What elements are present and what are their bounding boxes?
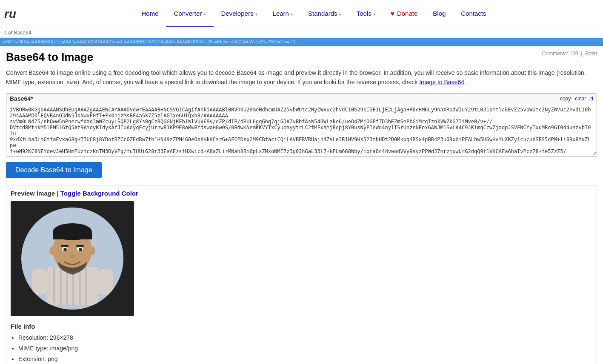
nav-link-learn[interactable]: Learn ▾: [265, 0, 301, 27]
nav-link-developers[interactable]: Developers ▾: [214, 0, 265, 27]
svg-rect-20: [32, 269, 47, 295]
preview-header: Preview Image | Toggle Background Color: [11, 190, 592, 197]
svg-rect-2: [60, 267, 62, 305]
nav-link-donate[interactable]: ♥ Donate: [383, 0, 425, 27]
navigation: ru Home Converter ▾ Developers ▾ Learn ▾…: [0, 0, 603, 28]
description-end: .: [466, 79, 468, 85]
nav-item-learn[interactable]: Learn ▾: [265, 0, 301, 27]
textarea-header: Base64* copy clear d: [6, 94, 597, 104]
svg-rect-17: [61, 245, 69, 247]
rating-label: Ratin: [585, 51, 597, 57]
nav-link-home[interactable]: Home: [134, 0, 166, 27]
base64-textarea[interactable]: iVBORw0KGgoAAAANSUhEUgAAAZgAAAEWCAYAAADV…: [6, 104, 597, 155]
textarea-label: Base64*: [10, 95, 33, 102]
nav-item-converter[interactable]: Converter ▾: [166, 0, 213, 27]
comments-count: Comments: 159: [542, 51, 578, 57]
svg-rect-21: [98, 269, 113, 295]
nav-item-home[interactable]: Home: [134, 0, 166, 27]
preview-section: Preview Image | Toggle Background Color: [6, 185, 597, 364]
svg-point-15: [63, 248, 67, 251]
svg-point-16: [79, 248, 82, 251]
breadcrumb: s of Base64: [0, 28, 603, 38]
base64-banner: iVBORw0KGgoAAAANSUhEUgAAAZgAAAEWCAYAAADV…: [0, 38, 603, 46]
textarea-actions: copy clear d: [560, 96, 593, 102]
nav-item-developers[interactable]: Developers ▾: [214, 0, 265, 27]
standards-arrow-icon: ▾: [339, 12, 341, 17]
file-info-title: File Info: [11, 323, 592, 330]
svg-rect-5: [79, 267, 81, 305]
page-header: Base64 to Image Comments: 159 | Ratin: [6, 51, 597, 64]
nav-item-standards[interactable]: Standards ▾: [300, 0, 349, 27]
svg-point-12: [89, 247, 95, 255]
page-description: Convert Base64 to image online using a f…: [6, 68, 597, 87]
toggle-background-link[interactable]: Toggle Background Color: [60, 190, 138, 197]
svg-rect-6: [85, 267, 87, 305]
nav-item-blog[interactable]: Blog: [425, 0, 453, 27]
copy-action[interactable]: copy: [560, 96, 571, 102]
file-info-list: Resolution: 296×278 MIME type: image/png…: [11, 333, 592, 364]
nav-item-tools[interactable]: Tools ▾: [349, 0, 383, 27]
nav-link-blog[interactable]: Blog: [425, 0, 453, 27]
svg-point-11: [49, 247, 56, 255]
heart-icon: ♥: [391, 10, 394, 17]
main-content: Base64 to Image Comments: 159 | Ratin Co…: [0, 46, 603, 364]
tools-arrow-icon: ▾: [373, 12, 375, 17]
file-info-resolution: Resolution: 296×278: [18, 333, 592, 343]
person-svg: [30, 212, 115, 305]
learn-arrow-icon: ▾: [291, 12, 293, 17]
decode-button[interactable]: Decode Base64 to Image: [6, 162, 102, 178]
image-to-base64-link[interactable]: Image to Base64: [419, 79, 464, 85]
page-title: Base64 to Image: [6, 51, 93, 64]
svg-rect-1: [53, 267, 55, 305]
converter-arrow-icon: ▾: [204, 12, 206, 17]
file-info-extension: Extension: png: [18, 354, 592, 364]
preview-header-static: Preview Image |: [11, 190, 60, 197]
download-action[interactable]: d: [590, 96, 593, 102]
svg-rect-18: [76, 245, 84, 247]
person-circle: [21, 208, 123, 310]
nav-item-donate[interactable]: ♥ Donate: [383, 0, 425, 27]
nav-item-contacts[interactable]: Contacts: [453, 0, 494, 27]
site-logo: ru: [4, 7, 16, 21]
nav-link-converter[interactable]: Converter ▾: [166, 0, 213, 27]
nav-link-tools[interactable]: Tools ▾: [349, 0, 383, 27]
comments-rating: Comments: 159 | Ratin: [542, 51, 597, 57]
svg-rect-10: [53, 232, 92, 239]
base64-input-container: Base64* copy clear d iVBORw0KGgoAAAANSUh…: [6, 93, 597, 157]
svg-point-19: [70, 255, 75, 258]
developers-arrow-icon: ▾: [255, 12, 257, 17]
description-text: Convert Base64 to image online using a f…: [6, 69, 586, 85]
nav-links: Home Converter ▾ Developers ▾ Learn ▾ St…: [29, 0, 599, 27]
file-info-mime: MIME type: image/png: [18, 343, 592, 354]
nav-link-contacts[interactable]: Contacts: [453, 0, 494, 27]
clear-action[interactable]: clear: [575, 96, 586, 102]
preview-image-wrapper: [11, 201, 134, 316]
file-info: File Info Resolution: 296×278 MIME type:…: [11, 323, 592, 364]
nav-link-standards[interactable]: Standards ▾: [300, 0, 349, 27]
